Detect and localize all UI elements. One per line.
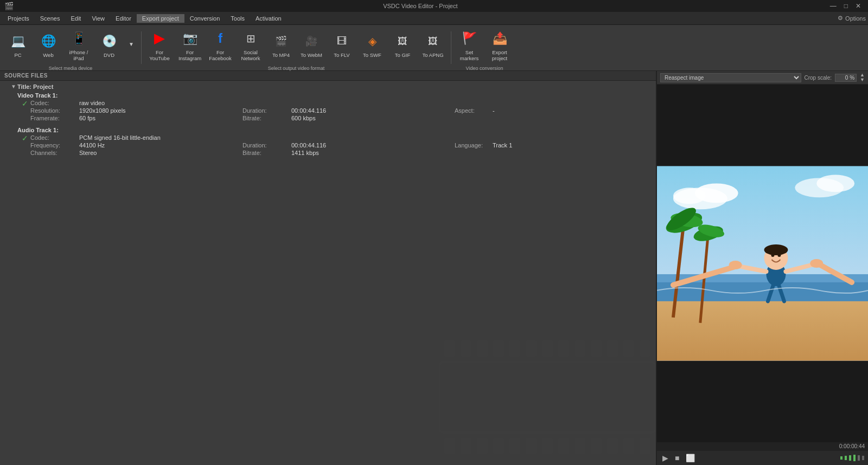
swf-icon: ◈ [362, 31, 382, 51]
toolbar-btn-instagram[interactable]: 📷 For Instagram [175, 25, 205, 64]
main-area: SOURCE FILES ▼ Title: Project Video Trac… [0, 71, 868, 465]
menu-scenes[interactable]: Scenes [35, 14, 66, 23]
project-title-row: ▼ Title: Project [0, 83, 656, 91]
source-content: ▼ Title: Project Video Track 1: ✓ Codec:… [0, 81, 656, 465]
social-icon: ⊞ [241, 29, 260, 48]
menu-projects[interactable]: Projects [2, 14, 35, 23]
preview-play-button[interactable]: ▶ [660, 453, 671, 463]
toolbar-btn-export-project[interactable]: 📤 Export project [485, 25, 514, 64]
source-panel: SOURCE FILES ▼ Title: Project Video Trac… [0, 71, 656, 465]
video-track-check-icon: ✓ [22, 99, 28, 108]
export-project-icon: 📤 [490, 29, 509, 48]
svg-point-32 [816, 175, 854, 192]
app-icon: 🎬 [4, 2, 14, 10]
menu-tools[interactable]: Tools [225, 14, 250, 23]
volume-block-5 [858, 455, 860, 461]
svg-rect-20 [542, 438, 553, 454]
svg-rect-26 [640, 438, 650, 454]
toolbar-btn-swf[interactable]: ◈ To SWF [358, 25, 387, 64]
media-device-dropdown[interactable]: ▼ [125, 25, 138, 64]
reaspect-select[interactable]: Reaspect image [660, 73, 801, 82]
preview-image [657, 85, 868, 442]
tree-expand-project[interactable]: ▼ [11, 83, 16, 89]
titlebar-left: 🎬 [4, 2, 14, 10]
svg-point-52 [771, 254, 774, 257]
menu-view[interactable]: View [86, 14, 110, 23]
svg-rect-15 [461, 438, 471, 454]
svg-rect-3 [477, 340, 488, 357]
menu-activation[interactable]: Activation [250, 14, 287, 23]
titlebar: 🎬 VSDC Video Editor - Project — □ ✕ [0, 0, 868, 12]
audio-track-row-2: Frequency: 44100 Hz Duration: 00:00:44.1… [30, 141, 656, 149]
options-gear-icon: ⚙ [838, 15, 843, 22]
maximize-button[interactable]: □ [841, 2, 851, 10]
source-header: SOURCE FILES [0, 71, 656, 81]
titlebar-controls[interactable]: — □ ✕ [827, 2, 864, 10]
svg-rect-14 [444, 438, 455, 454]
toolbar: 💻 PC 🌐 Web 📱 iPhone / iPad 💿 DVD ▼ Selec… [0, 25, 868, 71]
toolbar-btn-set-markers[interactable]: 🚩 Set markers [455, 25, 484, 64]
facebook-icon: f [210, 29, 230, 48]
toolbar-separator-2 [451, 31, 451, 64]
toolbar-group-row-format: ▶ For YouTube 📷 For Instagram f For Face… [145, 25, 448, 64]
svg-point-45 [764, 244, 788, 255]
toolbar-btn-pc[interactable]: 💻 PC [3, 25, 33, 64]
toolbar-btn-webm[interactable]: 🎥 To WebM [297, 25, 326, 64]
audio-track-row-3: Channels: Stereo Bitrate: 1411 kbps [30, 149, 656, 157]
filmstrip-watermark [439, 330, 656, 465]
toolbar-group-media-device: 💻 PC 🌐 Web 📱 iPhone / iPad 💿 DVD ▼ Selec… [3, 25, 138, 71]
toolbar-group-conversion: 🚩 Set markers 📤 Export project Video con… [455, 25, 514, 71]
menu-editor[interactable]: Editor [110, 14, 137, 23]
crop-scale-input[interactable] [835, 74, 857, 82]
svg-point-53 [777, 254, 781, 257]
svg-rect-35 [657, 301, 868, 361]
menubar-right: ⚙ Options [838, 15, 866, 22]
svg-rect-13 [640, 340, 650, 357]
toolbar-btn-facebook[interactable]: f For Facebook [206, 25, 235, 64]
volume-block-6 [862, 456, 864, 460]
mp4-icon: 🎬 [271, 31, 291, 51]
toolbar-btn-social[interactable]: ⊞ Social Network [236, 25, 265, 64]
crop-scale-spinner-up[interactable]: ▲▼ [860, 73, 865, 82]
video-track-details: Codec: raw video Resolution: 1920x1080 p… [30, 99, 656, 122]
menu-export-project[interactable]: Export project [137, 14, 184, 23]
instagram-icon: 📷 [180, 29, 200, 48]
toolbar-btn-youtube[interactable]: ▶ For YouTube [145, 25, 174, 64]
preview-stop-button[interactable]: ■ [673, 453, 681, 463]
toolbar-btn-apng[interactable]: 🖼 To APNG [418, 25, 448, 64]
svg-rect-9 [575, 340, 585, 357]
svg-rect-12 [623, 340, 634, 357]
toolbar-btn-web[interactable]: 🌐 Web [34, 25, 63, 64]
audio-track-content: ✓ Codec: PCM signed 16-bit little-endian… [17, 134, 656, 157]
video-track-header: Video Track 1: [17, 91, 656, 99]
gif-icon: 🖼 [393, 31, 412, 51]
toolbar-group-row-conversion: 🚩 Set markers 📤 Export project [455, 25, 514, 64]
toolbar-btn-iphone[interactable]: 📱 iPhone / iPad [64, 25, 93, 64]
svg-rect-23 [591, 438, 602, 454]
menu-conversion[interactable]: Conversion [184, 14, 226, 23]
svg-point-30 [673, 188, 706, 204]
volume-block-2 [845, 456, 847, 460]
toolbar-btn-gif[interactable]: 🖼 To GIF [388, 25, 417, 64]
video-track-row-1: Codec: raw video [30, 99, 656, 107]
svg-rect-4 [493, 340, 504, 357]
youtube-icon: ▶ [150, 29, 169, 48]
preview-timecode: 0:00:00:44 [657, 442, 868, 450]
svg-rect-16 [477, 438, 488, 454]
toolbar-btn-mp4[interactable]: 🎬 To MP4 [266, 25, 296, 64]
toolbar-btn-flv[interactable]: 🎞 To FLV [327, 25, 356, 64]
video-track-row-2: Resolution: 1920x1080 pixels Duration: 0… [30, 107, 656, 114]
video-conversion-group-label: Video conversion [466, 66, 503, 71]
options-label[interactable]: Options [845, 15, 866, 22]
audio-track-header: Audio Track 1: [17, 125, 656, 134]
webm-icon: 🎥 [302, 31, 321, 51]
output-format-group-label: Select output video format [268, 66, 325, 71]
preview-frame-button[interactable]: ⬜ [684, 453, 697, 463]
apng-icon: 🖼 [423, 31, 443, 51]
close-button[interactable]: ✕ [853, 2, 864, 10]
minimize-button[interactable]: — [827, 2, 839, 10]
audio-track-check-icon: ✓ [22, 134, 28, 143]
svg-rect-19 [526, 438, 537, 454]
toolbar-btn-dvd[interactable]: 💿 DVD [94, 25, 124, 64]
menu-edit[interactable]: Edit [65, 14, 86, 23]
